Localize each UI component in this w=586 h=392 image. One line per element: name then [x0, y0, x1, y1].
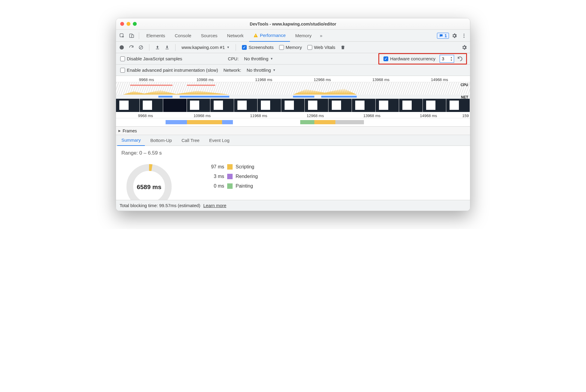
overview-time-ruler: 9968 ms10968 ms 11968 ms12968 ms 13968 m… [116, 76, 470, 82]
summary-legend: 97 msScripting 3 msRendering 0 msPaintin… [203, 162, 258, 191]
chevron-down-icon: ▼ [227, 46, 230, 49]
cpu-throttle-select[interactable]: No throttling ▼ [243, 56, 274, 61]
kebab-menu-icon[interactable] [460, 32, 468, 40]
reset-concurrency-button[interactable] [457, 56, 463, 62]
tab-performance[interactable]: Performance [249, 30, 290, 42]
svg-text:6589 ms: 6589 ms [137, 183, 161, 190]
checkbox-icon [279, 45, 284, 50]
separator [139, 32, 139, 39]
garbage-collect-button[interactable] [340, 44, 346, 51]
details-tabbar: Summary Bottom-Up Call Tree Event Log [116, 135, 470, 146]
screenshot-filmstrip[interactable] [116, 99, 470, 112]
svg-rect-3 [255, 35, 256, 36]
subtab-bottomup[interactable]: Bottom-Up [146, 135, 176, 146]
capture-settings-icon[interactable] [461, 44, 468, 51]
network-throttle-select[interactable]: No throttling ▼ [246, 68, 277, 73]
hardware-concurrency-input[interactable]: ▲▼ [440, 55, 454, 63]
cpu-track-label: CPU [461, 83, 468, 87]
chevron-down-icon: ▼ [273, 68, 276, 72]
learn-more-link[interactable]: Learn more [203, 203, 226, 208]
legend-row-rendering: 3 msRendering [203, 172, 258, 181]
svg-point-5 [464, 34, 465, 35]
frames-section-header[interactable]: ▶ Frames [116, 127, 470, 135]
range-label: Range: 0 – 6.59 s [121, 150, 465, 156]
devtools-window: DevTools - www.kapwing.com/studio/editor… [116, 18, 470, 211]
hardware-concurrency-group: Hardware concurrency ▲▼ [378, 53, 467, 65]
checkbox-icon [307, 45, 312, 50]
memory-checkbox[interactable]: Memory [278, 45, 303, 50]
advanced-paint-checkbox[interactable]: Enable advanced paint instrumentation (s… [119, 68, 219, 73]
more-tabs-button[interactable]: » [317, 32, 325, 40]
svg-point-6 [464, 35, 465, 36]
capture-settings-row-2: Enable advanced paint instrumentation (s… [116, 65, 470, 76]
checkbox-icon [120, 68, 125, 73]
subtab-calltree[interactable]: Call Tree [177, 135, 204, 146]
svg-rect-2 [132, 35, 134, 38]
cpu-throttle-label: CPU: [228, 56, 239, 61]
tab-elements[interactable]: Elements [142, 30, 169, 42]
legend-row-painting: 0 msPainting [203, 181, 258, 191]
record-button[interactable] [118, 44, 125, 51]
checkbox-icon [120, 56, 125, 61]
recording-select[interactable]: www.kapwing.com #1 ▼ [180, 45, 231, 50]
tab-memory[interactable]: Memory [291, 30, 316, 42]
stepper-icon[interactable]: ▲▼ [449, 56, 454, 62]
net-overview-chart[interactable]: NET [116, 95, 470, 99]
screenshots-checkbox[interactable]: Screenshots [241, 45, 275, 50]
hardware-concurrency-checkbox[interactable]: Hardware concurrency [382, 56, 437, 61]
reload-record-button[interactable] [128, 44, 135, 51]
settings-icon[interactable] [450, 32, 459, 40]
disable-js-samples-checkbox[interactable]: Disable JavaScript samples [119, 56, 183, 61]
legend-row-scripting: 97 msScripting [203, 162, 258, 172]
issues-badge[interactable]: 1 [437, 33, 449, 39]
capture-settings-row-1: Disable JavaScript samples CPU: No throt… [116, 53, 470, 65]
tab-sources[interactable]: Sources [197, 30, 222, 42]
load-profile-button[interactable] [154, 44, 161, 51]
color-swatch [227, 183, 233, 189]
webvitals-checkbox[interactable]: Web Vitals [306, 45, 337, 50]
chevron-down-icon: ▼ [270, 57, 273, 60]
titlebar: DevTools - www.kapwing.com/studio/editor [116, 18, 470, 30]
total-blocking-time-label: Total blocking time: 99.57ms (estimated) [120, 203, 200, 208]
color-swatch [227, 164, 233, 170]
disclosure-triangle-icon: ▶ [118, 129, 121, 132]
network-throttle-label: Network: [224, 68, 241, 73]
save-profile-button[interactable] [164, 44, 170, 51]
device-toolbar-icon[interactable] [127, 32, 136, 40]
summary-donut-chart: 6589 ms [125, 163, 173, 200]
subtab-summary[interactable]: Summary [117, 135, 145, 146]
detail-time-ruler: 9968 ms10968 ms 11968 ms12968 ms 13968 m… [116, 112, 470, 118]
summary-footer: Total blocking time: 99.57ms (estimated)… [116, 200, 470, 211]
hardware-concurrency-field[interactable] [440, 56, 449, 61]
window-title: DevTools - www.kapwing.com/studio/editor [116, 22, 470, 26]
inspect-element-icon[interactable] [118, 32, 126, 40]
chat-icon [439, 34, 443, 38]
svg-point-7 [464, 37, 465, 38]
summary-panel: Range: 0 – 6.59 s 6589 ms 97 msScripting… [116, 146, 470, 200]
checkbox-icon [383, 56, 388, 61]
flame-chart[interactable] [116, 118, 470, 126]
checkbox-icon [242, 45, 247, 50]
clear-button[interactable] [138, 44, 144, 51]
performance-toolbar: www.kapwing.com #1 ▼ Screenshots Memory … [116, 42, 470, 53]
color-swatch [227, 174, 233, 179]
cpu-overview-chart[interactable]: CPU [116, 82, 470, 95]
subtab-eventlog[interactable]: Event Log [205, 135, 234, 146]
timeline-overview[interactable]: 9968 ms10968 ms 11968 ms12968 ms 13968 m… [116, 76, 470, 127]
tab-console[interactable]: Console [171, 30, 196, 42]
devtools-tabbar: Elements Console Sources Network Perform… [116, 30, 470, 42]
tab-network[interactable]: Network [223, 30, 248, 42]
warning-icon [253, 33, 258, 38]
svg-rect-4 [255, 36, 256, 37]
